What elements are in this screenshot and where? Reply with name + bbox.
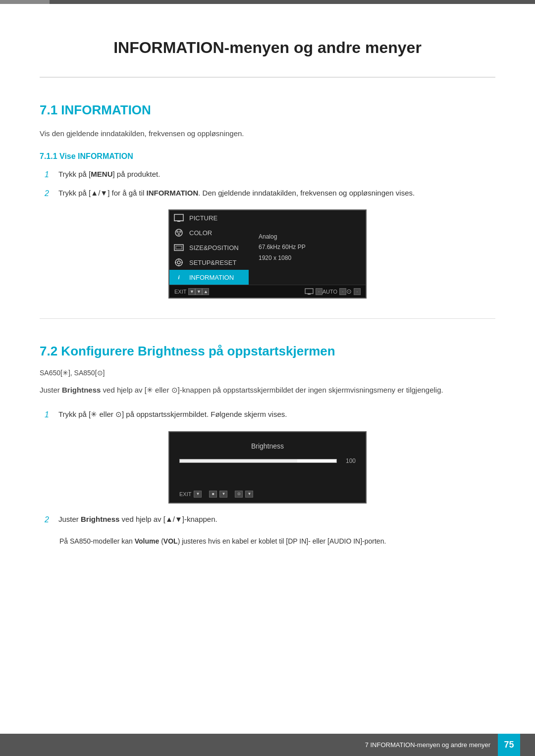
section-divider (40, 318, 495, 319)
monitor-arrow: · (316, 288, 322, 295)
auto-arrow: · (339, 288, 346, 295)
step-num-7-2-2: 2 (45, 513, 58, 526)
page-title: INFORMATION-menyen og andre menyer (40, 24, 495, 78)
page-wrapper: INFORMATION-menyen og andre menyer 7.1 I… (0, 0, 535, 756)
page-number: 75 (498, 734, 520, 756)
step-text-7-2-2: Juster Brightness ved hjelp av [▲/▼]-kna… (58, 513, 495, 525)
vol-abbr: VOL (163, 537, 178, 545)
brightness-value: 100 (341, 457, 356, 464)
section-7-2-heading: 7.2 Konfigurere Brightness på oppstartsk… (40, 344, 495, 359)
bf-down-arrow: ▼ (219, 491, 227, 498)
bf-exit-label: EXIT (179, 491, 191, 497)
menu-item-setup: SETUP&RESET (169, 255, 249, 270)
svg-rect-2 (177, 221, 180, 222)
menu-item-picture: PICTURE (169, 210, 249, 225)
power-btn: ⊙ · (346, 288, 361, 295)
step-num-2: 2 (45, 187, 58, 200)
subsection-7-1-1-heading: 7.1.1 Vise INFORMATION (40, 152, 495, 161)
svg-point-10 (177, 261, 180, 264)
bf-up-arrow: ▼ (245, 491, 253, 498)
auto-label: AUTO (322, 289, 337, 295)
exit-label: EXIT (174, 289, 186, 295)
power-arrow: · (354, 288, 361, 295)
top-border-accent (0, 0, 50, 4)
bf-minus-btn: ■ (209, 491, 217, 498)
bf-exit-btn: ▼ (194, 491, 202, 498)
svg-point-4 (176, 231, 179, 233)
step-7-2-1: 1 Trykk på [✳ eller ⊙] på oppstartsskjer… (45, 408, 495, 421)
bf-minus: ■ ▼ (209, 491, 227, 498)
menu-label-color: COLOR (189, 229, 212, 237)
menu-item-information: i INFORMATION (169, 270, 249, 285)
brightness-bar (179, 459, 337, 463)
svg-point-9 (175, 259, 182, 266)
main-content: INFORMATION-menyen og andre menyer 7.1 I… (0, 4, 535, 587)
monitor-icon-btn: · (305, 288, 322, 295)
menu-label-size: SIZE&POSITION (189, 244, 239, 252)
info-panel: Analog 67.6kHz 60Hz PP 1920 x 1080 (259, 232, 306, 264)
info-line2: 67.6kHz 60Hz PP (259, 242, 306, 253)
brightness-label-step2: Brightness (81, 515, 119, 523)
up-arrow: ▲ (202, 288, 209, 295)
volume-label: Volume (135, 537, 160, 545)
brightness-screenshot: Brightness 100 EXIT ▼ ■ ▼ (168, 431, 367, 504)
setup-icon (173, 258, 184, 267)
picture-icon (173, 213, 184, 222)
step-7-2-2: 2 Juster Brightness ved hjelp av [▲/▼]-k… (45, 513, 495, 526)
model-note: SA650[✳], SA850[⊙] (40, 369, 495, 377)
step-num-1: 1 (45, 168, 58, 181)
svg-point-5 (179, 231, 182, 233)
footer-text: 7 INFORMATION-menyen og andre menyer (365, 741, 490, 749)
brightness-title: Brightness (179, 442, 356, 450)
size-icon (173, 243, 184, 252)
menu-label-picture: PICTURE (189, 214, 217, 222)
menu-right: Analog 67.6kHz 60Hz PP 1920 x 1080 (249, 210, 366, 285)
brightness-label-intro: Brightness (62, 386, 101, 394)
info-icon: i (173, 273, 184, 282)
steps-7-1-1: 1 Trykk på [MENU] på produktet. 2 Trykk … (45, 168, 495, 200)
step-num-7-2-1: 1 (45, 408, 58, 421)
svg-rect-0 (174, 214, 183, 221)
sa850-note: På SA850-modeller kan Volume (VOL) juste… (59, 536, 495, 547)
information-label: INFORMATION (147, 189, 199, 197)
menu-item-size: SIZE&POSITION (169, 240, 249, 255)
down-arrow: ▼ (195, 288, 202, 295)
step-1: 1 Trykk på [MENU] på produktet. (45, 168, 495, 181)
info-line1: Analog (259, 232, 306, 243)
brightness-bar-fill (180, 459, 297, 462)
page-footer: 7 INFORMATION-menyen og andre menyer 75 (0, 734, 535, 756)
steps-7-2-cont: 2 Juster Brightness ved hjelp av [▲/▼]-k… (45, 513, 495, 526)
monitor-menu-wrapper: PICTURE (169, 210, 366, 285)
svg-point-6 (178, 233, 180, 236)
menu-left: PICTURE (169, 210, 249, 285)
bf-exit: EXIT ▼ (179, 491, 202, 498)
brightness-footer: EXIT ▼ ■ ▼ ⊙ ▼ (179, 487, 356, 498)
section-7-1: 7.1 INFORMATION Vis den gjeldende inndat… (40, 102, 495, 299)
step-text-2: Trykk på [▲/▼] for å gå til INFORMATION.… (58, 187, 495, 199)
bf-circle: ⊙ ▼ (235, 491, 253, 498)
menu-label-information: INFORMATION (189, 274, 234, 281)
step-2: 2 Trykk på [▲/▼] for å gå til INFORMATIO… (45, 187, 495, 200)
svg-rect-8 (176, 246, 182, 249)
svg-rect-16 (308, 294, 311, 295)
step-text-7-2-1: Trykk på [✳ eller ⊙] på oppstartsskjermb… (58, 408, 495, 420)
section-7-2: 7.2 Konfigurere Brightness på oppstartsk… (40, 344, 495, 547)
auto-btn: AUTO · (322, 288, 346, 295)
power-icon: ⊙ (346, 288, 352, 295)
brightness-bar-container: 100 (179, 457, 356, 464)
exit-btn: EXIT ▼ (174, 288, 195, 295)
section-7-2-intro: Juster Brightness ved hjelp av [✳ eller … (40, 384, 495, 396)
section-7-1-heading: 7.1 INFORMATION (40, 102, 495, 118)
monitor-screenshot: PICTURE (168, 209, 367, 299)
svg-rect-15 (305, 289, 313, 294)
steps-7-2: 1 Trykk på [✳ eller ⊙] på oppstartsskjer… (45, 408, 495, 421)
down-btn: ▼ (195, 288, 202, 295)
top-border (0, 0, 535, 4)
menu-label-setup: SETUP&RESET (189, 259, 236, 266)
step-text-1: Trykk på [MENU] på produktet. (58, 168, 495, 180)
bf-circle-btn: ⊙ (235, 491, 243, 498)
monitor-footer: EXIT ▼ ▼ ▲ · AUTO (169, 285, 366, 298)
up-btn: ▲ (202, 288, 209, 295)
section-7-1-intro: Vis den gjeldende inndatakilden, frekven… (40, 128, 495, 140)
menu-item-color: COLOR (169, 225, 249, 240)
